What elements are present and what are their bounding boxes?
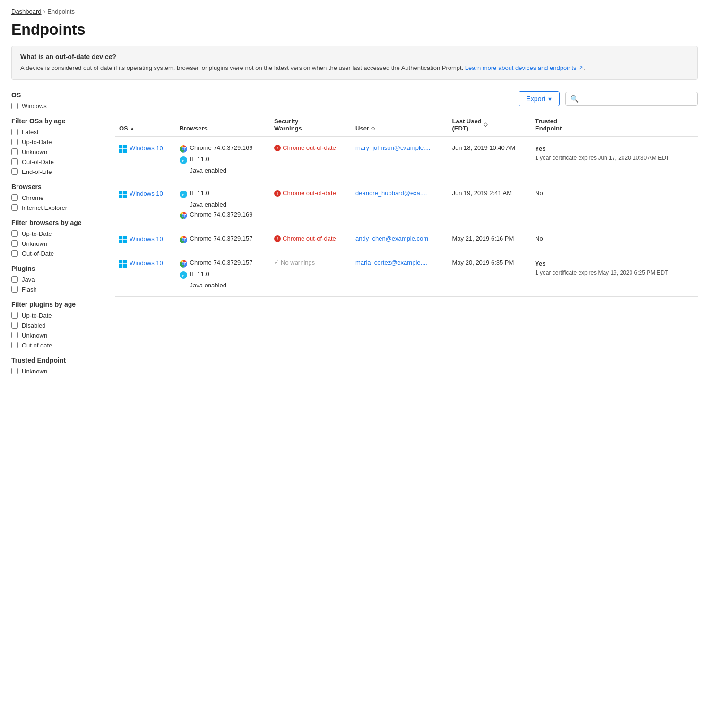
info-box: What is an out-of-date device? A device …	[11, 46, 698, 80]
sidebar-checkbox-plugin-up-to-date[interactable]	[11, 312, 18, 319]
sidebar-checkbox-browser-out-of-date[interactable]	[11, 250, 18, 257]
sidebar-checkbox-ie[interactable]	[11, 204, 18, 211]
cell-trusted-endpoint: Yes 1 year certificate expires May 19, 2…	[531, 251, 698, 296]
svg-text:e: e	[182, 158, 184, 163]
sidebar-checkbox-browser-unknown[interactable]	[11, 240, 18, 247]
sidebar-checkbox-windows[interactable]	[11, 103, 18, 109]
browser-label: IE 11.0	[190, 156, 209, 163]
sidebar-checkbox-trusted-unknown[interactable]	[11, 368, 18, 374]
sidebar-item-end-of-life-label: End-of-Life	[22, 168, 52, 175]
no-warning-entry: ✓ No warnings	[274, 259, 348, 266]
sidebar-plugin-age-out-of-date[interactable]: Out of date	[11, 342, 104, 349]
svg-rect-22	[119, 240, 122, 243]
sidebar-checkbox-out-of-date[interactable]	[11, 158, 18, 165]
search-box[interactable]: 🔍	[565, 92, 698, 106]
svg-rect-30	[119, 264, 122, 267]
svg-rect-28	[119, 260, 122, 263]
sidebar-item-unknown[interactable]: Unknown	[11, 148, 104, 156]
svg-text:e: e	[182, 273, 184, 278]
toolbar: Export ▾ 🔍	[115, 91, 698, 106]
sidebar-plugin-age-disabled[interactable]: Disabled	[11, 322, 104, 329]
os-link[interactable]: Windows 10	[119, 235, 172, 243]
page-title: Endpoints	[11, 21, 698, 38]
breadcrumb: Dashboard › Endpoints	[11, 8, 698, 15]
cell-security-warnings: ✓ No warnings	[270, 251, 352, 296]
sidebar-item-flash-label: Flash	[22, 286, 37, 293]
sidebar-checkbox-plugin-disabled[interactable]	[11, 322, 18, 329]
svg-rect-0	[119, 145, 122, 148]
th-user: User ◇	[352, 114, 449, 136]
os-name: Windows 10	[130, 145, 163, 152]
browser-label: IE 11.0	[190, 190, 209, 197]
browser-entry-ie: e IE 11.0	[180, 190, 267, 198]
sidebar-plugin-age-unknown[interactable]: Unknown	[11, 332, 104, 339]
info-box-body-text: A device is considered out of date if it…	[20, 64, 465, 71]
sidebar-browser-age-out-of-date[interactable]: Out-of-Date	[11, 250, 104, 257]
browser-entry-ie: e IE 11.0	[180, 270, 267, 279]
sidebar-checkbox-chrome[interactable]	[11, 194, 18, 201]
sidebar-plugin-age-up-to-date[interactable]: Up-to-Date	[11, 312, 104, 319]
info-box-learn-more-link[interactable]: Learn more about devices and endpoints ↗	[465, 64, 583, 71]
breadcrumb-home-link[interactable]: Dashboard	[11, 8, 42, 15]
browser-entry-chrome: Chrome 74.0.3729.157	[180, 235, 267, 243]
user-link[interactable]: maria_cortez@example....	[355, 259, 427, 266]
sidebar-checkbox-plugin-out-of-date[interactable]	[11, 342, 18, 348]
sidebar-item-windows[interactable]: Windows	[11, 103, 104, 110]
sidebar-browser-age-unknown[interactable]: Unknown	[11, 240, 104, 247]
svg-rect-20	[119, 236, 122, 239]
cell-browsers: Chrome 74.0.3729.157 e IE 11.0 Java enab…	[176, 251, 270, 296]
sidebar-item-java[interactable]: Java	[11, 276, 104, 283]
browser-entry-java: Java enabled	[180, 282, 267, 289]
sidebar-checkbox-flash[interactable]	[11, 286, 18, 293]
sidebar-checkbox-latest[interactable]	[11, 129, 18, 135]
chrome-icon	[180, 145, 187, 153]
warning-entry: ! Chrome out-of-date	[274, 235, 348, 242]
sidebar-item-windows-label: Windows	[22, 103, 47, 110]
sidebar-item-up-to-date[interactable]: Up-to-Date	[11, 139, 104, 146]
trusted-value: Yes 1 year certificate expires Jun 17, 2…	[535, 144, 694, 163]
warning-text: Chrome out-of-date	[283, 190, 336, 197]
user-link[interactable]: deandre_hubbard@exa....	[355, 190, 427, 197]
sidebar-item-chrome[interactable]: Chrome	[11, 194, 104, 201]
cell-trusted-endpoint: No	[531, 182, 698, 227]
cell-os: Windows 10	[115, 136, 176, 182]
sidebar-browser-age-up-to-date[interactable]: Up-to-Date	[11, 230, 104, 237]
svg-rect-2	[119, 149, 122, 152]
sidebar-item-java-label: Java	[22, 276, 35, 283]
sidebar-item-end-of-life[interactable]: End-of-Life	[11, 168, 104, 175]
th-os-sort[interactable]: OS ▲	[119, 125, 135, 132]
cell-user: mary_johnson@example....	[352, 136, 449, 182]
sidebar-checkbox-unknown[interactable]	[11, 148, 18, 155]
warning-text: Chrome out-of-date	[283, 144, 336, 151]
sidebar-item-ie[interactable]: Internet Explorer	[11, 204, 104, 211]
sidebar-checkbox-browser-up-to-date[interactable]	[11, 230, 18, 237]
sidebar-filter-browser-age-label: Filter browsers by age	[11, 219, 104, 226]
sidebar-browser-age-unknown-label: Unknown	[22, 240, 47, 247]
os-link[interactable]: Windows 10	[119, 144, 172, 153]
search-input[interactable]	[582, 95, 692, 103]
page-container: Dashboard › Endpoints Endpoints What is …	[0, 0, 709, 385]
main-content: Export ▾ 🔍 OS ▲	[115, 91, 698, 378]
user-link[interactable]: andy_chen@example.com	[355, 235, 428, 242]
sidebar-item-latest[interactable]: Latest	[11, 129, 104, 136]
sidebar-trusted-unknown[interactable]: Unknown	[11, 368, 104, 375]
th-last-used-sort[interactable]: Last Used(EDT) ◇	[452, 118, 487, 132]
os-link[interactable]: Windows 10	[119, 259, 172, 268]
sidebar-checkbox-plugin-unknown[interactable]	[11, 332, 18, 338]
last-used-value: Jun 19, 2019 2:41 AM	[452, 190, 512, 197]
last-used-value: Jun 18, 2019 10:40 AM	[452, 144, 516, 151]
sidebar-checkbox-up-to-date[interactable]	[11, 139, 18, 145]
os-link[interactable]: Windows 10	[119, 190, 172, 198]
sidebar-item-out-of-date-label: Out-of-Date	[22, 158, 54, 165]
search-icon: 🔍	[571, 95, 579, 103]
sidebar-item-flash[interactable]: Flash	[11, 286, 104, 293]
sidebar-checkbox-java[interactable]	[11, 276, 18, 283]
sidebar-filter-os-age-label: Filter OSs by age	[11, 117, 104, 125]
sidebar-item-out-of-date[interactable]: Out-of-Date	[11, 158, 104, 165]
sidebar-checkbox-end-of-life[interactable]	[11, 168, 18, 175]
th-user-sort[interactable]: User ◇	[355, 125, 375, 132]
ie-icon: e	[180, 191, 187, 198]
export-button[interactable]: Export ▾	[519, 91, 560, 106]
cell-os: Windows 10	[115, 182, 176, 227]
user-link[interactable]: mary_johnson@example....	[355, 144, 430, 151]
